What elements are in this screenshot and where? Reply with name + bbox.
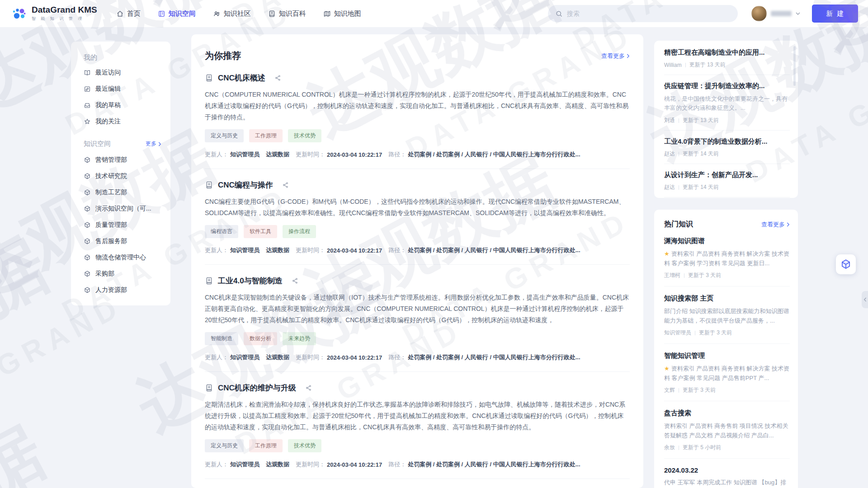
org-value[interactable]: 达观数据 [266,353,289,361]
main-nav: 首页 知识空间 [116,9,361,18]
author: 赵达 [664,150,675,158]
edge-collapse-handle[interactable] [862,291,868,308]
article-title[interactable]: CNC机床概述 [218,73,265,83]
hot-knowledge-item: 知识搜索部 主页 ★部门介绍 知识搜索部以底层搜索能力和知识图谱能力为基础，不仅… [664,286,790,344]
tag[interactable]: 工作原理 [249,439,283,452]
sidebar-space-label: 人力资源部 [95,286,127,294]
sidebar-space-item[interactable]: 技术研究院 [71,168,170,184]
hot-item-meta: 王增柯 更新于 3 天前 [664,272,790,279]
related-article-title[interactable]: 供应链管理：提升制造业效率的... [664,82,790,90]
updater-value[interactable]: 知识管理员 [230,150,259,159]
updater-value[interactable]: 知识管理员 [230,353,259,361]
tag[interactable]: 智能制造 [205,332,238,345]
share-icon[interactable] [274,75,281,81]
sidebar-item[interactable]: 最近编辑 [71,81,170,97]
hot-knowledge-item: 盘古搜索 ★资料索引 产品资料 商务售前 项目情况 技术相关 答疑解惑 产品文档… [664,401,790,459]
avatar[interactable] [751,6,767,21]
sidebar-space-item[interactable]: 售后服务部 [71,233,170,249]
tag[interactable]: 数据分析 [244,332,277,345]
hot-item-meta: 余放 更新于 5 小时前 [664,444,790,451]
hot-item-title[interactable]: 智能知识管理 [664,352,790,360]
nav-item[interactable]: 知识社区 [213,9,251,18]
sidebar-space-item[interactable]: 人力资源部 [71,282,170,298]
divider [679,118,679,123]
nav-item[interactable]: 知识地图 [323,9,361,18]
search-input[interactable] [567,10,731,17]
article-meta: 更新人： 知识管理员 达观数据 更新时间： 2024-03-04 10:22:1… [205,353,630,361]
article-title[interactable]: 工业4.0与智能制造 [218,276,283,286]
new-button[interactable]: 新建 [812,5,858,23]
nav-item[interactable]: 知识空间 [158,9,196,18]
tag[interactable]: 编程语言 [205,225,238,238]
sidebar-space-item[interactable]: 质量管理部 [71,217,170,233]
sidebar-space-item[interactable]: 演示知识空间（可... [71,201,170,217]
sidebar-space-label: 技术研究院 [95,172,127,180]
share-icon[interactable] [292,277,298,284]
path-value[interactable]: 处罚案例 / 处罚案例 / 人民银行 / 中国人民银行上海市分行行政处... [408,150,580,159]
cube-icon [84,205,91,212]
tag[interactable]: 技术优势 [288,129,321,142]
article-title[interactable]: CNC机床的维护与升级 [218,383,296,393]
nav-item[interactable]: 首页 [116,9,141,18]
related-article-title[interactable]: 从设计到生产：创新产品开发... [664,171,790,179]
sidebar-item-label: 我的草稿 [95,101,121,109]
path-value[interactable]: 处罚案例 / 处罚案例 / 人民银行 / 中国人民银行上海市分行行政处... [408,246,580,254]
hot-more-link[interactable]: 查看更多 [761,221,790,229]
sidebar-item[interactable]: 最近访问 [71,65,170,81]
cube-3d-icon [840,258,852,270]
sidebar-space-item[interactable]: 物流仓储管理中心 [71,249,170,266]
tag[interactable]: 定义与历史 [205,439,244,452]
related-article-title[interactable]: 精密工程在高端制造业中的应用... [664,48,790,57]
sidebar-item-icon [84,102,91,109]
path-value[interactable]: 处罚案例 / 处罚案例 / 人民银行 / 中国人民银行上海市分行行政处... [408,353,580,361]
sidebar-item[interactable]: 我的关注 [71,113,170,130]
share-icon[interactable] [282,182,289,188]
org-value[interactable]: 达观数据 [266,246,289,254]
nav-item-label: 知识百科 [279,9,306,18]
assistant-float-button[interactable] [836,254,856,274]
hot-item-desc: ★代申 王军军 本周完成工作 知识图谱 【bug】排查并解决由于删除图谱时数据库… [664,478,790,488]
related-article-meta: 赵达 更新于 14 天前 [664,183,790,191]
org-value[interactable]: 达观数据 [266,150,289,159]
article-card: CNC机床概述 CNC（COMPUTER NUMERICAL CONTROL）机… [205,62,630,169]
cube-icon [84,238,91,245]
tag[interactable]: 技术优势 [288,439,321,452]
hot-item-title[interactable]: 知识搜索部 主页 [664,294,790,303]
tag[interactable]: 工作原理 [249,129,283,142]
share-icon[interactable] [305,385,312,391]
org-value[interactable]: 达观数据 [266,460,289,469]
article-card: CNC机床的维护与升级 定期清洁机床，检查润滑油和冷却液，保持机床良好的工作状态… [205,372,630,479]
sidebar-item-icon [84,69,91,76]
article-meta: 更新人： 知识管理员 达观数据 更新时间： 2024-03-04 10:22:1… [205,460,630,469]
author: William [664,62,682,68]
sidebar-item[interactable]: 我的草稿 [71,97,170,113]
tag[interactable]: 操作流程 [283,225,316,238]
author: 文辉 [664,386,675,394]
related-article-title[interactable]: 工业4.0背景下的制造业数据分析... [664,137,790,146]
nav-item[interactable]: 知识百科 [268,9,306,18]
hot-item-title[interactable]: 2024.03.22 [664,466,790,474]
hot-item-title[interactable]: 渊海知识图谱 [664,237,790,245]
panel-scrollbar[interactable] [793,46,796,86]
path-value[interactable]: 处罚案例 / 处罚案例 / 人民银行 / 中国人民银行上海市分行行政处... [408,460,580,469]
updater-value[interactable]: 知识管理员 [230,460,259,469]
tag[interactable]: 定义与历史 [205,129,244,142]
hot-item-title[interactable]: 盘古搜索 [664,409,790,418]
article-title[interactable]: CNC编程与操作 [218,180,273,190]
time-label: 更新时间： [296,353,325,361]
sidebar-space-item[interactable]: 采购部 [71,266,170,282]
updater-value[interactable]: 知识管理员 [230,246,259,254]
related-articles-panel: 精密工程在高端制造业中的应用... William 更新于 13 天前 供应链管… [654,41,798,198]
spaces-more-link[interactable]: 更多 [146,140,161,148]
app-logo[interactable]: DataGrand KMS 智 能 知 识 管 理 [11,5,97,22]
sidebar-space-label: 营销管理部 [95,156,127,164]
sidebar-space-item[interactable]: 营销管理部 [71,152,170,168]
sidebar-space-item[interactable]: 制造工艺部 [71,184,170,201]
author: 刘通 [664,117,675,124]
tag[interactable]: 软件工具 [244,225,277,238]
tag[interactable]: 未来趋势 [283,332,316,345]
user-menu[interactable] [751,6,800,21]
feed-more-link[interactable]: 查看更多 [601,52,630,60]
chevron-down-icon [796,12,800,15]
hot-item-desc: ★资料索引 产品资料 商务售前 项目情况 技术相关 答疑解惑 产品文档 产品视频… [664,421,790,440]
